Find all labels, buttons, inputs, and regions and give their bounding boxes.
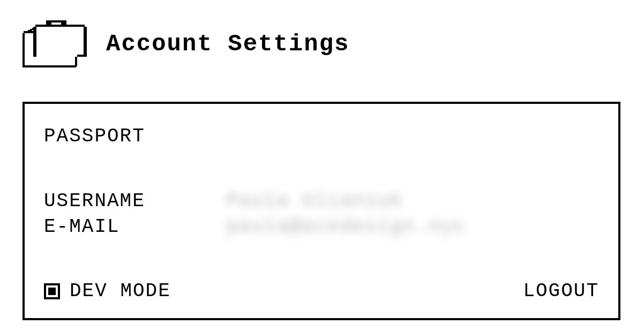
dev-mode-checkbox[interactable]: DEV MODE xyxy=(44,280,171,302)
email-label: E-MAIL xyxy=(44,216,226,238)
username-label: USERNAME xyxy=(44,190,226,212)
checkbox-box-icon xyxy=(44,283,60,299)
svg-rect-9 xyxy=(75,57,77,66)
page-title: Account Settings xyxy=(106,31,349,57)
username-row: USERNAME Paula Ulianiuk xyxy=(44,190,599,216)
svg-rect-11 xyxy=(32,28,34,30)
svg-rect-0 xyxy=(46,20,51,25)
page-header: Account Settings xyxy=(21,19,349,69)
panel-footer: DEV MODE LOGOUT xyxy=(44,280,599,302)
svg-rect-14 xyxy=(26,31,28,33)
svg-rect-5 xyxy=(84,27,87,57)
account-settings-panel: PASSPORT USERNAME Paula Ulianiuk E-MAIL … xyxy=(23,102,620,320)
svg-rect-8 xyxy=(23,65,76,67)
email-row: E-MAIL paula@acedesign.nyc xyxy=(44,216,599,242)
briefcase-icon xyxy=(21,19,90,69)
username-value: Paula Ulianiuk xyxy=(226,190,403,212)
svg-rect-1 xyxy=(51,20,61,22)
svg-rect-13 xyxy=(28,30,30,32)
email-value: paula@acedesign.nyc xyxy=(226,216,466,238)
svg-rect-12 xyxy=(30,29,32,31)
svg-rect-7 xyxy=(23,33,25,65)
passport-section-label: PASSPORT xyxy=(44,125,599,147)
svg-rect-10 xyxy=(77,55,85,57)
logout-button[interactable]: LOGOUT xyxy=(523,280,599,302)
svg-rect-3 xyxy=(35,25,85,27)
account-info-grid: USERNAME Paula Ulianiuk E-MAIL paula@ace… xyxy=(44,190,599,242)
dev-mode-label: DEV MODE xyxy=(70,280,171,302)
checkbox-checked-icon xyxy=(48,288,56,295)
svg-rect-2 xyxy=(61,20,66,25)
